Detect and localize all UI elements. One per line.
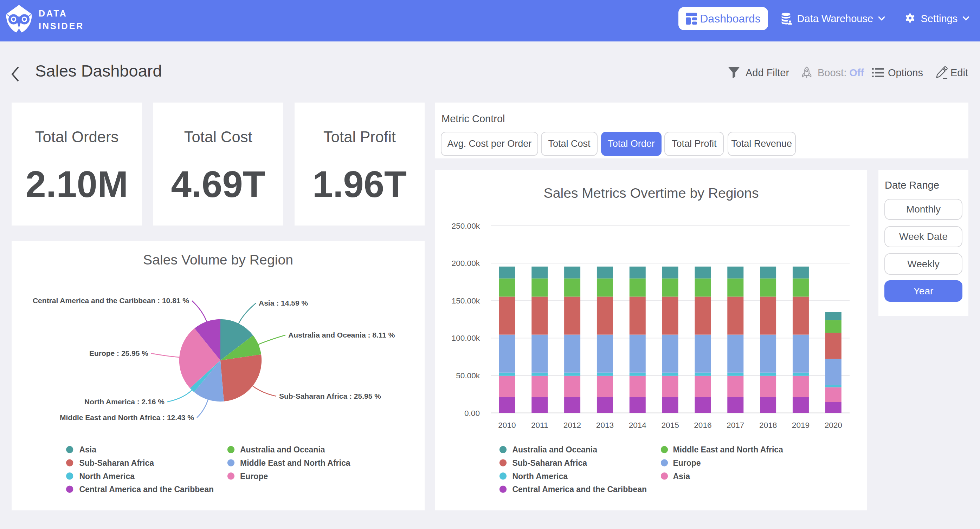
svg-text:2017: 2017: [727, 421, 744, 430]
svg-text:Europe: Europe: [240, 472, 268, 481]
svg-text:Sales Metrics Overtime by Regi: Sales Metrics Overtime by Regions: [544, 186, 759, 200]
svg-text:Sales Volume by Region: Sales Volume by Region: [143, 252, 293, 267]
svg-text:Sub-Saharan Africa: Sub-Saharan Africa: [79, 458, 154, 467]
svg-text:Central America and the Caribb: Central America and the Caribbean: [79, 485, 214, 494]
svg-text:Sub-Saharan Africa: Sub-Saharan Africa: [512, 458, 587, 467]
svg-text:0.00: 0.00: [465, 409, 480, 418]
svg-text:2016: 2016: [694, 421, 711, 430]
svg-text:2011: 2011: [531, 421, 548, 430]
svg-text:Asia: Asia: [673, 472, 690, 481]
svg-text:100.00k: 100.00k: [452, 334, 480, 343]
svg-text:Central America and the Caribb: Central America and the Caribbean : 10.8…: [33, 297, 189, 305]
svg-text:2020: 2020: [825, 421, 842, 430]
svg-text:2013: 2013: [596, 421, 614, 430]
svg-text:2018: 2018: [759, 421, 777, 430]
svg-text:200.00k: 200.00k: [452, 259, 480, 268]
svg-text:Australia and Oceania: Australia and Oceania: [512, 445, 597, 454]
svg-text:150.00k: 150.00k: [452, 297, 480, 305]
svg-text:Asia : 14.59 %: Asia : 14.59 %: [259, 299, 308, 307]
svg-text:2015: 2015: [661, 421, 679, 430]
svg-text:Sub-Saharan Africa : 25.95 %: Sub-Saharan Africa : 25.95 %: [279, 392, 381, 400]
svg-text:2019: 2019: [792, 421, 810, 430]
svg-text:Asia: Asia: [79, 445, 96, 454]
svg-text:Australia and Oceania : 8.11 %: Australia and Oceania : 8.11 %: [288, 331, 395, 339]
svg-text:Europe : 25.95 %: Europe : 25.95 %: [89, 349, 148, 357]
svg-text:Middle East and North Africa: Middle East and North Africa: [240, 458, 350, 467]
svg-text:Central America and the Caribb: Central America and the Caribbean: [512, 485, 647, 494]
svg-text:North America : 2.16 %: North America : 2.16 %: [84, 398, 164, 406]
svg-text:Middle East and North Africa: Middle East and North Africa: [673, 445, 783, 454]
svg-text:2010: 2010: [498, 421, 515, 430]
svg-text:2012: 2012: [563, 421, 581, 430]
svg-text:Australia and Oceania: Australia and Oceania: [240, 445, 325, 454]
svg-text:North America: North America: [79, 472, 135, 481]
svg-text:North America: North America: [512, 472, 568, 481]
svg-text:2014: 2014: [629, 421, 646, 430]
svg-text:50.00k: 50.00k: [456, 371, 480, 380]
svg-text:Middle East and North Africa :: Middle East and North Africa : 12.43 %: [60, 413, 194, 421]
svg-text:Europe: Europe: [673, 458, 700, 467]
svg-text:250.00k: 250.00k: [452, 222, 480, 230]
